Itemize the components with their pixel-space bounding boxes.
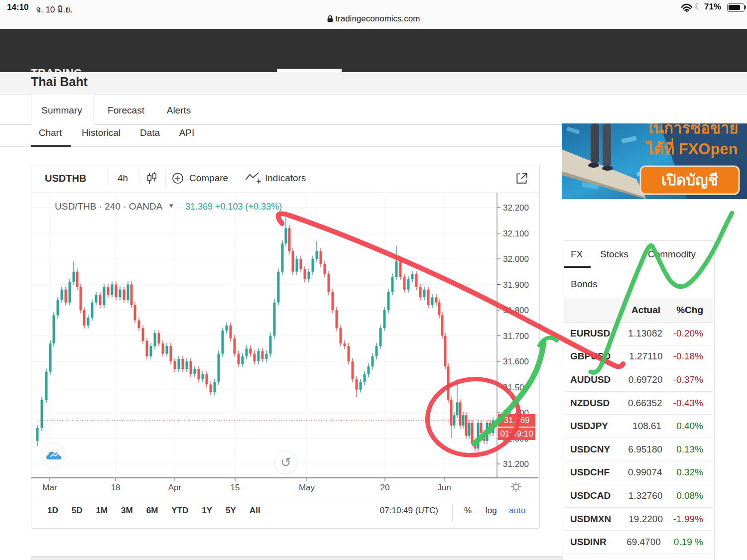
ad-button-label[interactable]: เปิดบัญชี <box>661 172 718 189</box>
log-scale-button[interactable]: log <box>486 506 497 516</box>
fx-percent-change: 0.40% <box>661 421 703 432</box>
fxopen-ad-banner[interactable]: ในการซื้อขาย ได้ที่ FXOpen เปิดบัญชี <box>562 123 747 199</box>
fx-row-nzdusd[interactable]: NZDUSD0.66352-0.43% <box>564 392 713 415</box>
subtab-chart[interactable]: Chart <box>39 127 62 138</box>
range-button-1d[interactable]: 1D <box>47 506 58 516</box>
candle-countdown-tag: 01:49:10 <box>498 428 535 440</box>
current-price-tag: 31.369 <box>498 414 535 427</box>
fx-percent-change: -1.99% <box>663 514 703 525</box>
page-title: Thai Baht <box>31 75 88 89</box>
fx-row-gbpusd[interactable]: GBPUSD1.27110-0.18% <box>564 345 713 369</box>
column-chg: %Chg <box>660 305 703 316</box>
utc-clock[interactable]: 07:10:49 (UTC) <box>366 506 438 516</box>
interval-selector[interactable]: 4h <box>118 173 128 184</box>
open-external-icon[interactable] <box>515 171 529 185</box>
fx-row-usdinr[interactable]: USDINR69.47000.19 % <box>564 531 713 554</box>
battery-percentage: 71% <box>704 2 721 12</box>
auto-scale-button[interactable]: auto <box>509 506 525 516</box>
range-button-ytd[interactable]: YTD <box>171 506 188 516</box>
range-button-all[interactable]: All <box>249 506 260 516</box>
subtab-data[interactable]: Data <box>140 127 160 138</box>
fx-table-header: Actual %Chg <box>564 298 713 323</box>
fx-percent-change: -0.37% <box>663 374 703 385</box>
fx-actual: 1.32760 <box>611 490 662 501</box>
header-separator <box>139 170 140 186</box>
fx-row-eurusd[interactable]: EURUSD1.13082-0.20% <box>564 322 713 345</box>
site-url: tradingeconomics.com <box>335 14 420 23</box>
status-time: 14:10 <box>7 2 28 12</box>
fx-symbol[interactable]: AUDUSD <box>564 374 611 385</box>
time-tick-label: Mar <box>42 483 57 493</box>
fx-symbol[interactable]: USDCHF <box>564 467 610 478</box>
fx-symbol[interactable]: USDCNY <box>564 444 610 455</box>
time-tick-label: Jun <box>437 483 451 493</box>
chevron-down-icon[interactable]: ▾ <box>169 201 173 210</box>
axis-settings-gear-icon[interactable] <box>510 481 522 493</box>
markets-tab-stocks[interactable]: Stocks <box>600 249 628 260</box>
fx-symbol[interactable]: GBPUSD <box>564 351 611 362</box>
markets-tab-commodity[interactable]: Commodity <box>648 249 696 260</box>
fx-symbol[interactable]: NZDUSD <box>564 398 610 409</box>
fx-percent-change: 0.32% <box>662 467 703 478</box>
subtab-historical[interactable]: Historical <box>82 127 121 138</box>
candlestick-style-icon[interactable] <box>146 172 157 184</box>
fx-row-usdcny[interactable]: USDCNY6.951800.13% <box>564 438 713 461</box>
fx-percent-change: 0.19 % <box>661 537 703 548</box>
percent-scale-button[interactable]: % <box>464 506 472 516</box>
battery-nub <box>745 5 746 9</box>
range-buttons[interactable]: 1D5D1M3M6MYTD1Y5YAll <box>47 506 260 516</box>
subtab-api[interactable]: API <box>179 127 195 138</box>
chart-card <box>31 165 540 529</box>
range-button-5y[interactable]: 5Y <box>226 506 236 516</box>
fx-symbol[interactable]: USDINR <box>564 537 607 548</box>
ad-line2: ได้ที่ FXOpen <box>645 138 738 158</box>
price-tick-label: 31.200 <box>503 459 529 469</box>
reset-chart-button[interactable]: ↺ <box>274 451 297 474</box>
indicators-icon[interactable] <box>245 171 262 185</box>
tab-alerts[interactable]: Alerts <box>167 105 191 116</box>
fx-actual: 19.2200 <box>611 514 663 525</box>
price-tick-label: 31.900 <box>503 280 529 290</box>
range-button-1y[interactable]: 1Y <box>202 506 212 516</box>
fx-row-usdchf[interactable]: USDCHF0.990740.32% <box>564 461 713 485</box>
price-tick-label: 32.000 <box>503 254 529 264</box>
fx-actual: 1.13082 <box>610 328 662 339</box>
range-button-1m[interactable]: 1M <box>96 506 108 516</box>
subtab-chart-underline <box>31 145 71 147</box>
fx-actual: 69.4700 <box>607 537 661 548</box>
price-tick-label: 31.600 <box>503 357 529 367</box>
fx-row-usdcad[interactable]: USDCAD1.327600.08% <box>564 484 713 508</box>
chart-symbol[interactable]: USDTHB <box>45 173 86 184</box>
fx-percent-change: 0.08% <box>663 490 703 501</box>
fx-symbol[interactable]: USDJPY <box>564 421 608 432</box>
range-button-6m[interactable]: 6M <box>146 506 158 516</box>
time-tick-label: 18 <box>111 483 121 493</box>
time-tick-label: 15 <box>231 483 240 493</box>
chart-header-divider <box>31 192 538 193</box>
fx-row-usdjpy[interactable]: USDJPY108.610.40% <box>564 415 713 438</box>
cloud-logo-icon <box>46 449 62 460</box>
battery-fill <box>729 5 740 10</box>
range-button-3m[interactable]: 3M <box>121 506 133 516</box>
fx-symbol[interactable]: EURUSD <box>564 328 610 339</box>
price-tick-label: 31.500 <box>503 383 529 393</box>
column-actual: Actual <box>606 305 660 316</box>
chart-legend[interactable]: USD/THB · 240 · OANDA <box>55 201 162 212</box>
compare-button[interactable]: Compare <box>189 173 228 184</box>
range-button-5d[interactable]: 5D <box>72 506 83 516</box>
fx-symbol[interactable]: USDCAD <box>564 490 611 501</box>
browser-address-bar[interactable]: tradingeconomics.com <box>0 14 747 24</box>
tab-summary-label[interactable]: Summary <box>41 105 82 116</box>
indicators-button[interactable]: Indicators <box>265 173 306 184</box>
tab-forecast[interactable]: Forecast <box>108 105 144 116</box>
fx-symbol[interactable]: USDMXN <box>564 514 611 525</box>
fx-row-usdbrl[interactable]: USDBRL3.87780.01 % <box>564 554 713 560</box>
compare-plus-icon[interactable] <box>172 172 184 184</box>
markets-tab-bonds[interactable]: Bonds <box>571 279 598 290</box>
lock-icon <box>327 15 333 22</box>
fx-row-usdmxn[interactable]: USDMXN19.2200-1.99% <box>564 508 713 531</box>
fx-row-audusd[interactable]: AUDUSD0.69720-0.37% <box>564 368 713 392</box>
fx-percent-change: -0.43% <box>662 398 703 409</box>
chart-watermark-logo <box>41 443 66 467</box>
markets-tab-fx[interactable]: FX <box>571 249 583 260</box>
